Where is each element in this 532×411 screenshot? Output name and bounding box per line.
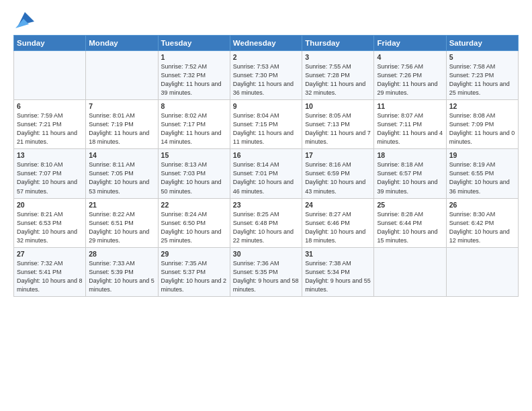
column-header-monday: Monday (86, 36, 158, 51)
day-number: 8 (161, 102, 227, 110)
calendar-cell: 18Sunrise: 8:18 AMSunset: 6:57 PMDayligh… (374, 149, 446, 198)
day-info: Sunrise: 7:53 AMSunset: 7:30 PMDaylight:… (233, 62, 299, 97)
calendar-cell: 4Sunrise: 7:56 AMSunset: 7:26 PMDaylight… (374, 51, 446, 100)
calendar-cell: 31Sunrise: 7:38 AMSunset: 5:34 PMDayligh… (302, 247, 374, 296)
day-info: Sunrise: 7:36 AMSunset: 5:35 PMDaylight:… (233, 259, 299, 294)
day-number: 5 (449, 53, 515, 61)
calendar-page: SundayMondayTuesdayWednesdayThursdayFrid… (0, 0, 532, 411)
logo (13, 12, 34, 28)
day-number: 13 (17, 151, 83, 159)
day-number: 12 (449, 102, 515, 110)
column-header-wednesday: Wednesday (230, 36, 302, 51)
day-number: 30 (233, 250, 299, 258)
calendar-cell: 5Sunrise: 7:58 AMSunset: 7:23 PMDaylight… (446, 51, 518, 100)
day-info: Sunrise: 8:07 AMSunset: 7:11 PMDaylight:… (377, 111, 443, 146)
day-info: Sunrise: 8:01 AMSunset: 7:19 PMDaylight:… (89, 111, 154, 146)
day-info: Sunrise: 8:21 AMSunset: 6:53 PMDaylight:… (17, 210, 83, 245)
calendar-cell: 29Sunrise: 7:35 AMSunset: 5:37 PMDayligh… (158, 247, 230, 296)
day-info: Sunrise: 8:10 AMSunset: 7:07 PMDaylight:… (17, 161, 83, 195)
calendar-cell: 9Sunrise: 8:04 AMSunset: 7:15 PMDaylight… (230, 100, 302, 149)
calendar-cell: 1Sunrise: 7:52 AMSunset: 7:32 PMDaylight… (158, 51, 230, 100)
header (13, 12, 519, 28)
calendar-cell: 7Sunrise: 8:01 AMSunset: 7:19 PMDaylight… (86, 100, 158, 149)
day-info: Sunrise: 8:22 AMSunset: 6:51 PMDaylight:… (89, 210, 154, 245)
calendar-cell: 6Sunrise: 7:59 AMSunset: 7:21 PMDaylight… (14, 100, 86, 149)
day-info: Sunrise: 7:55 AMSunset: 7:28 PMDaylight:… (305, 62, 371, 97)
day-number: 29 (161, 250, 227, 258)
calendar-cell: 22Sunrise: 8:24 AMSunset: 6:50 PMDayligh… (158, 198, 230, 247)
calendar-cell: 10Sunrise: 8:05 AMSunset: 7:13 PMDayligh… (302, 100, 374, 149)
calendar-cell (374, 247, 446, 296)
calendar-cell: 19Sunrise: 8:19 AMSunset: 6:55 PMDayligh… (446, 149, 518, 198)
column-header-friday: Friday (374, 36, 446, 51)
calendar-cell: 27Sunrise: 7:32 AMSunset: 5:41 PMDayligh… (14, 247, 86, 296)
day-number: 31 (305, 250, 371, 258)
day-info: Sunrise: 8:08 AMSunset: 7:09 PMDaylight:… (449, 111, 515, 146)
day-number: 27 (17, 250, 83, 258)
calendar-cell: 3Sunrise: 7:55 AMSunset: 7:28 PMDaylight… (302, 51, 374, 100)
calendar-cell: 11Sunrise: 8:07 AMSunset: 7:11 PMDayligh… (374, 100, 446, 149)
calendar-table: SundayMondayTuesdayWednesdayThursdayFrid… (13, 35, 519, 297)
day-number: 25 (377, 201, 443, 209)
calendar-cell: 20Sunrise: 8:21 AMSunset: 6:53 PMDayligh… (14, 198, 86, 247)
day-info: Sunrise: 8:25 AMSunset: 6:48 PMDaylight:… (233, 210, 299, 245)
day-info: Sunrise: 8:24 AMSunset: 6:50 PMDaylight:… (161, 210, 227, 245)
day-number: 21 (89, 201, 154, 209)
day-number: 3 (305, 53, 371, 61)
day-number: 26 (449, 201, 515, 209)
week-row-5: 27Sunrise: 7:32 AMSunset: 5:41 PMDayligh… (14, 247, 519, 296)
calendar-cell: 17Sunrise: 8:16 AMSunset: 6:59 PMDayligh… (302, 149, 374, 198)
day-info: Sunrise: 8:11 AMSunset: 7:05 PMDaylight:… (89, 161, 154, 195)
day-number: 2 (233, 53, 299, 61)
day-info: Sunrise: 8:14 AMSunset: 7:01 PMDaylight:… (233, 161, 299, 195)
day-info: Sunrise: 8:16 AMSunset: 6:59 PMDaylight:… (305, 161, 371, 195)
day-number: 14 (89, 151, 154, 159)
day-number: 15 (161, 151, 227, 159)
day-info: Sunrise: 8:13 AMSunset: 7:03 PMDaylight:… (161, 161, 227, 195)
calendar-cell: 15Sunrise: 8:13 AMSunset: 7:03 PMDayligh… (158, 149, 230, 198)
week-row-4: 20Sunrise: 8:21 AMSunset: 6:53 PMDayligh… (14, 198, 519, 247)
day-number: 16 (233, 151, 299, 159)
column-header-tuesday: Tuesday (158, 36, 230, 51)
day-number: 10 (305, 102, 371, 110)
calendar-cell (14, 51, 86, 100)
day-number: 11 (377, 102, 443, 110)
day-number: 28 (89, 250, 154, 258)
day-info: Sunrise: 7:33 AMSunset: 5:39 PMDaylight:… (89, 259, 154, 294)
day-info: Sunrise: 7:56 AMSunset: 7:26 PMDaylight:… (377, 62, 443, 97)
calendar-cell: 16Sunrise: 8:14 AMSunset: 7:01 PMDayligh… (230, 149, 302, 198)
week-row-1: 1Sunrise: 7:52 AMSunset: 7:32 PMDaylight… (14, 51, 519, 100)
calendar-cell: 30Sunrise: 7:36 AMSunset: 5:35 PMDayligh… (230, 247, 302, 296)
day-info: Sunrise: 7:32 AMSunset: 5:41 PMDaylight:… (17, 259, 83, 294)
day-info: Sunrise: 8:05 AMSunset: 7:13 PMDaylight:… (305, 111, 371, 146)
column-header-thursday: Thursday (302, 36, 374, 51)
day-info: Sunrise: 7:59 AMSunset: 7:21 PMDaylight:… (17, 111, 83, 146)
calendar-cell: 2Sunrise: 7:53 AMSunset: 7:30 PMDaylight… (230, 51, 302, 100)
day-number: 7 (89, 102, 154, 110)
day-info: Sunrise: 8:19 AMSunset: 6:55 PMDaylight:… (449, 161, 515, 195)
day-info: Sunrise: 8:02 AMSunset: 7:17 PMDaylight:… (161, 111, 227, 146)
calendar-cell: 24Sunrise: 8:27 AMSunset: 6:46 PMDayligh… (302, 198, 374, 247)
day-number: 24 (305, 201, 371, 209)
day-number: 9 (233, 102, 299, 110)
column-header-saturday: Saturday (446, 36, 518, 51)
day-number: 4 (377, 53, 443, 61)
day-info: Sunrise: 7:38 AMSunset: 5:34 PMDaylight:… (305, 259, 371, 294)
calendar-cell: 13Sunrise: 8:10 AMSunset: 7:07 PMDayligh… (14, 149, 86, 198)
day-number: 20 (17, 201, 83, 209)
calendar-cell: 23Sunrise: 8:25 AMSunset: 6:48 PMDayligh… (230, 198, 302, 247)
day-number: 23 (233, 201, 299, 209)
day-info: Sunrise: 8:04 AMSunset: 7:15 PMDaylight:… (233, 111, 299, 146)
day-info: Sunrise: 7:58 AMSunset: 7:23 PMDaylight:… (449, 62, 515, 97)
calendar-cell: 25Sunrise: 8:28 AMSunset: 6:44 PMDayligh… (374, 198, 446, 247)
day-info: Sunrise: 8:27 AMSunset: 6:46 PMDaylight:… (305, 210, 371, 245)
day-number: 1 (161, 53, 227, 61)
week-row-2: 6Sunrise: 7:59 AMSunset: 7:21 PMDaylight… (14, 100, 519, 149)
day-number: 19 (449, 151, 515, 159)
day-info: Sunrise: 8:18 AMSunset: 6:57 PMDaylight:… (377, 161, 443, 195)
day-info: Sunrise: 7:35 AMSunset: 5:37 PMDaylight:… (161, 259, 227, 294)
day-number: 22 (161, 201, 227, 209)
day-number: 18 (377, 151, 443, 159)
day-number: 6 (17, 102, 83, 110)
calendar-cell (86, 51, 158, 100)
